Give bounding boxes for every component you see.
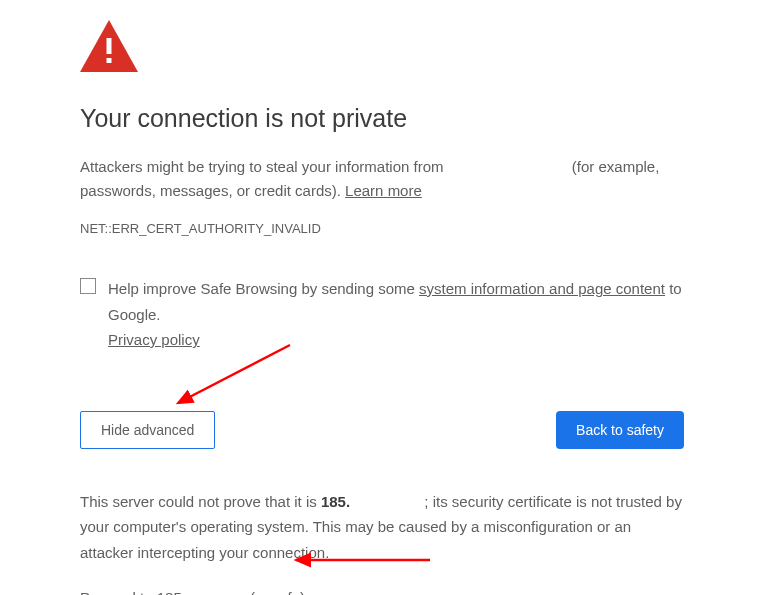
proceed-prefix: Proceed to 185. bbox=[80, 589, 186, 595]
advanced-description: This server could not prove that it is 1… bbox=[80, 489, 684, 566]
adv-host: 185. bbox=[321, 493, 350, 510]
system-info-link[interactable]: system information and page content bbox=[419, 280, 665, 297]
page-heading: Your connection is not private bbox=[80, 104, 684, 133]
error-code: NET::ERR_CERT_AUTHORITY_INVALID bbox=[80, 221, 684, 236]
optin-prefix: Help improve Safe Browsing by sending so… bbox=[108, 280, 419, 297]
warning-description: Attackers might be trying to steal your … bbox=[80, 155, 684, 203]
hide-advanced-button[interactable]: Hide advanced bbox=[80, 411, 215, 449]
svg-rect-1 bbox=[107, 38, 112, 54]
adv-prefix: This server could not prove that it is bbox=[80, 493, 321, 510]
proceed-unsafe-link[interactable]: Proceed to 185. (unsafe) bbox=[80, 589, 305, 595]
back-to-safety-button[interactable]: Back to safety bbox=[556, 411, 684, 449]
warning-triangle-icon bbox=[80, 20, 684, 76]
warn-text-prefix: Attackers might be trying to steal your … bbox=[80, 158, 448, 175]
safe-browsing-label: Help improve Safe Browsing by sending so… bbox=[108, 276, 684, 353]
safe-browsing-checkbox[interactable] bbox=[80, 278, 96, 294]
proceed-suffix: (unsafe) bbox=[246, 589, 305, 595]
learn-more-link[interactable]: Learn more bbox=[345, 182, 422, 199]
privacy-policy-link[interactable]: Privacy policy bbox=[108, 331, 200, 348]
svg-rect-2 bbox=[107, 58, 112, 63]
